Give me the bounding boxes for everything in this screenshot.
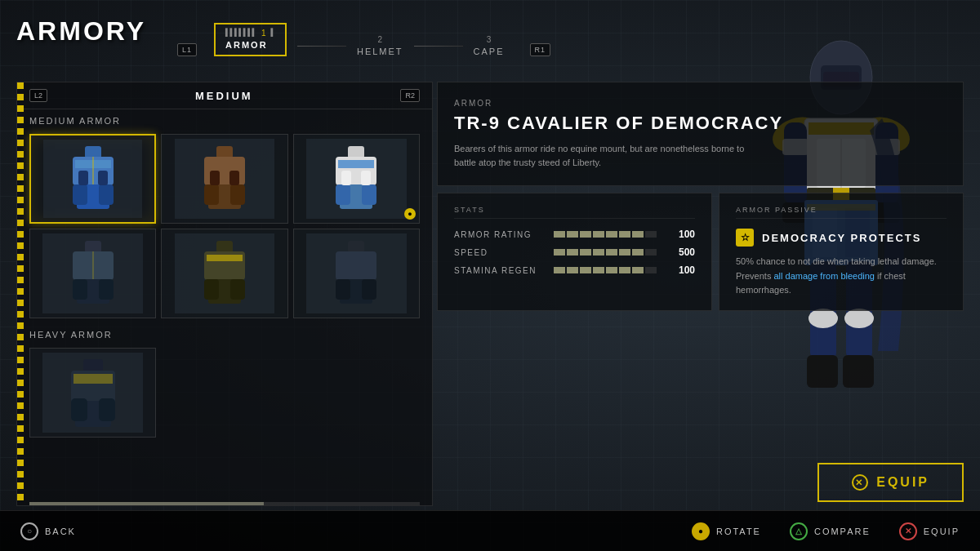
svg-rect-41 [210, 171, 220, 185]
left-panel: L2 MEDIUM R2 MEDIUM ARMOR [16, 82, 433, 506]
back-label: BACK [45, 527, 76, 536]
tabs-container: L1 ▌▌▌▌▌▌▌ 1 ▌ ARMOR 2 HELMET [171, 23, 557, 56]
stamina-seg-3 [580, 267, 591, 273]
page-title: ARMORY [16, 16, 146, 47]
right-panel: ARMOR TR-9 CAVALIER OF DEMOCRACY Bearers… [437, 82, 964, 506]
panel-header: L2 MEDIUM R2 [17, 82, 432, 109]
bar-seg-3 [580, 231, 591, 238]
svg-rect-31 [73, 184, 87, 205]
svg-rect-70 [74, 374, 113, 384]
svg-rect-55 [99, 279, 114, 300]
svg-rect-45 [338, 160, 374, 168]
svg-rect-72 [71, 398, 87, 421]
r1-button[interactable]: R1 [523, 43, 558, 56]
svg-rect-63 [348, 241, 364, 253]
compare-action[interactable]: △ COMPARE [790, 522, 871, 540]
svg-rect-57 [216, 241, 233, 253]
tab-cape-label: CAPE [474, 47, 505, 56]
stat-row-armor: ARMOR RATING 100 [454, 229, 695, 240]
svg-rect-51 [85, 241, 101, 253]
l1-button[interactable]: L1 [171, 43, 203, 56]
equip-bottom-action[interactable]: ✕ EQUIP [899, 522, 960, 540]
svg-rect-59 [207, 255, 243, 261]
svg-rect-34 [98, 171, 108, 185]
r2-button[interactable]: R2 [400, 89, 420, 102]
passive-panel: ARMOR PASSIVE ☆ DEMOCRACY PROTECTS 50% c… [719, 193, 964, 311]
passive-title-row: ☆ DEMOCRACY PROTECTS [736, 229, 947, 247]
armor-card-1[interactable] [29, 134, 156, 224]
stat-row-stamina: STAMINA REGEN 100 [454, 264, 695, 276]
speed-seg-3 [580, 249, 591, 256]
equip-bottom-label: EQUIP [924, 527, 960, 536]
speed-seg-8 [645, 249, 657, 256]
bar-seg-4 [593, 231, 604, 238]
rotate-icon: ● [692, 522, 710, 540]
stamina-seg-2 [567, 267, 578, 273]
svg-rect-43 [348, 146, 364, 158]
stat-speed-label: SPEED [454, 248, 544, 257]
tab-armor[interactable]: ▌▌▌▌▌▌▌ 1 ▌ ARMOR [207, 23, 293, 56]
bottom-bar: ○ BACK ● ROTATE △ COMPARE ✕ EQUIP [0, 510, 980, 551]
speed-seg-7 [632, 249, 644, 256]
svg-rect-61 [204, 279, 219, 300]
back-icon: ○ [20, 522, 38, 540]
rotate-label: ROTATE [716, 527, 761, 536]
stats-header: STATS [454, 206, 695, 219]
armor-card-4[interactable] [29, 229, 156, 318]
tab-cape[interactable]: 3 CAPE [467, 34, 511, 56]
header: ARMORY L1 ▌▌▌▌▌▌▌ 1 ▌ ARMOR [16, 16, 964, 56]
heavy-armor-grid [17, 343, 432, 442]
stamina-seg-1 [554, 267, 565, 273]
equip-button[interactable]: ✕ EQUIP [817, 463, 964, 502]
bar-seg-1 [554, 231, 565, 238]
stamina-seg-5 [606, 267, 617, 273]
armor-card-2[interactable] [161, 134, 287, 224]
stamina-seg-6 [619, 267, 630, 273]
armor-card-heavy-1[interactable] [29, 348, 156, 438]
tab-armor-label: ARMOR [225, 40, 275, 50]
l2-button[interactable]: L2 [29, 89, 47, 102]
equip-bottom-icon: ✕ [899, 522, 917, 540]
back-action[interactable]: ○ BACK [20, 522, 76, 540]
item-description: Bearers of this armor ride no equine mou… [454, 142, 748, 169]
speed-seg-2 [567, 249, 578, 256]
passive-icon: ☆ [736, 229, 754, 247]
equip-icon: ✕ [852, 474, 868, 491]
medium-armor-label: MEDIUM ARMOR [17, 109, 432, 129]
svg-rect-32 [99, 184, 114, 205]
armor-card-3[interactable]: ● [293, 134, 420, 224]
medium-armor-grid: ● [17, 129, 432, 323]
stat-armor-label: ARMOR RATING [454, 230, 544, 239]
stats-panel: STATS ARMOR RATING 100 [437, 193, 712, 311]
bar-seg-2 [567, 231, 578, 238]
owned-badge-3: ● [404, 208, 416, 220]
compare-icon: △ [790, 522, 808, 540]
svg-rect-50 [361, 171, 371, 185]
tab-helmet[interactable]: 2 HELMET [350, 34, 410, 56]
svg-rect-48 [362, 184, 376, 205]
svg-rect-36 [216, 146, 233, 158]
stat-armor-bar [554, 231, 657, 238]
bar-seg-8 [645, 231, 657, 238]
speed-seg-1 [554, 249, 565, 256]
svg-rect-39 [204, 184, 219, 205]
armor-card-5[interactable] [161, 229, 287, 318]
bar-seg-7 [632, 231, 644, 238]
speed-seg-4 [593, 249, 604, 256]
stat-speed-bar [554, 249, 657, 256]
svg-rect-66 [336, 279, 350, 300]
svg-rect-49 [341, 171, 351, 185]
rotate-action[interactable]: ● ROTATE [692, 522, 761, 540]
stamina-seg-4 [593, 267, 604, 273]
armor-card-6[interactable] [293, 229, 420, 318]
bar-seg-5 [606, 231, 617, 238]
item-category: ARMOR [454, 99, 947, 108]
passive-description: 50% chance to not die when taking lethal… [736, 255, 947, 298]
speed-seg-6 [619, 249, 630, 256]
nav-label: MEDIUM [195, 90, 253, 102]
svg-rect-67 [362, 279, 376, 300]
svg-rect-54 [73, 279, 87, 300]
stat-armor-value: 100 [666, 229, 695, 240]
svg-rect-27 [85, 146, 101, 158]
svg-rect-40 [230, 184, 245, 205]
